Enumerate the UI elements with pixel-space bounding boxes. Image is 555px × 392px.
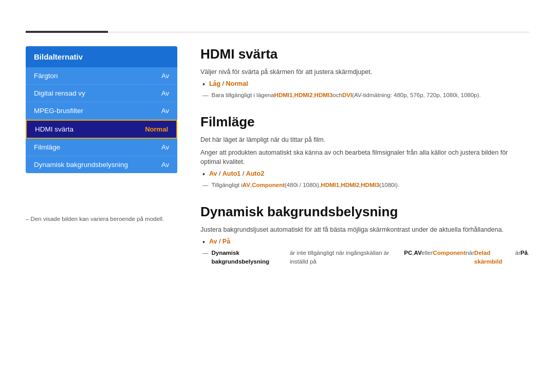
hdmi-dash-note: Bara tillgängligt i lägena HDMI1, HDMI2,… (200, 91, 529, 100)
section-dynamisk: Dynamisk bakgrundsbelysning Justera bakg… (200, 204, 529, 266)
filmlage-bullet: Av / Auto1 / Auto2 (200, 170, 529, 179)
section-hdmi-desc: Väljer nivå för svärta på skärmen för at… (200, 67, 529, 77)
hdmi-bullet: Låg / Normal (200, 80, 529, 89)
sidebar-item-digital-label: Digital rensad vy (34, 89, 85, 97)
dynamisk-pa: På (223, 238, 230, 245)
filmlage-sep1: / (217, 170, 222, 177)
sidebar-item-fargton[interactable]: Färgton Av (26, 67, 177, 85)
filmlage-av: Av (209, 170, 217, 177)
sidebar-note: – Den visade bilden kan variera beroende… (26, 216, 164, 222)
top-bar-dark (26, 31, 108, 33)
sidebar-item-fargton-value: Av (161, 72, 169, 80)
sidebar-item-mpeg-label: MPEG-brusfilter (34, 107, 83, 115)
section-filmlage-desc1: Det här läget är lämpligt när du tittar … (200, 135, 529, 145)
section-filmlage-title: Filmläge (200, 114, 529, 130)
sidebar-item-mpeg-value: Av (161, 107, 169, 115)
sidebar-header: Bildalternativ (26, 46, 177, 67)
hdmi-lag: Låg (209, 80, 220, 87)
section-filmlage-desc2: Anger att produkten automatiskt ska känn… (200, 148, 529, 167)
dynamisk-av: Av (209, 238, 217, 245)
sidebar-item-hdmi-label: HDMI svärta (35, 125, 73, 133)
sidebar-item-hdmi-svarta[interactable]: HDMI svärta Normal (26, 120, 177, 139)
sidebar-item-dynamisk-label: Dynamisk bakgrundsbelysning (34, 161, 128, 169)
filmlage-sep2: / (240, 170, 246, 177)
dynamisk-dash-note: Dynamisk bakgrundsbelysning är inte till… (200, 249, 529, 267)
sidebar-item-filmlage-value: Av (161, 143, 169, 151)
sidebar-item-dynamisk-value: Av (161, 161, 169, 169)
sidebar: Bildalternativ Färgton Av Digital rensad… (26, 46, 177, 173)
section-hdmi-title: HDMI svärta (200, 46, 529, 62)
section-hdmi-svarta: HDMI svärta Väljer nivå för svärta på sk… (200, 46, 529, 100)
section-dynamisk-desc: Justera bakgrundsljuset automatiskt för … (200, 225, 529, 235)
sidebar-item-digital-rensad-vy[interactable]: Digital rensad vy Av (26, 85, 177, 102)
top-bar-light (108, 32, 529, 32)
filmlage-auto1: Auto1 (223, 170, 240, 177)
sidebar-item-filmlage-label: Filmläge (34, 143, 60, 151)
dynamisk-bullet: Av / På (200, 238, 529, 247)
top-bar (26, 31, 529, 33)
hdmi-normal: Normal (226, 80, 248, 87)
sidebar-item-mpeg[interactable]: MPEG-brusfilter Av (26, 102, 177, 120)
main-content: HDMI svärta Väljer nivå för svärta på sk… (200, 46, 529, 281)
sidebar-item-fargton-label: Färgton (34, 72, 58, 80)
hdmi-sep1: / (220, 80, 226, 87)
section-dynamisk-title: Dynamisk bakgrundsbelysning (200, 204, 529, 220)
section-filmlage: Filmläge Det här läget är lämpligt när d… (200, 114, 529, 190)
filmlage-auto2: Auto2 (246, 170, 264, 177)
sidebar-item-hdmi-value: Normal (145, 125, 168, 133)
dynamisk-sep: / (217, 238, 222, 245)
sidebar-item-dynamisk[interactable]: Dynamisk bakgrundsbelysning Av (26, 156, 177, 173)
filmlage-dash-note: Tillgängligt i AV, Component (480i / 108… (200, 181, 529, 190)
sidebar-item-digital-value: Av (161, 89, 169, 97)
sidebar-item-filmlage[interactable]: Filmläge Av (26, 139, 177, 156)
